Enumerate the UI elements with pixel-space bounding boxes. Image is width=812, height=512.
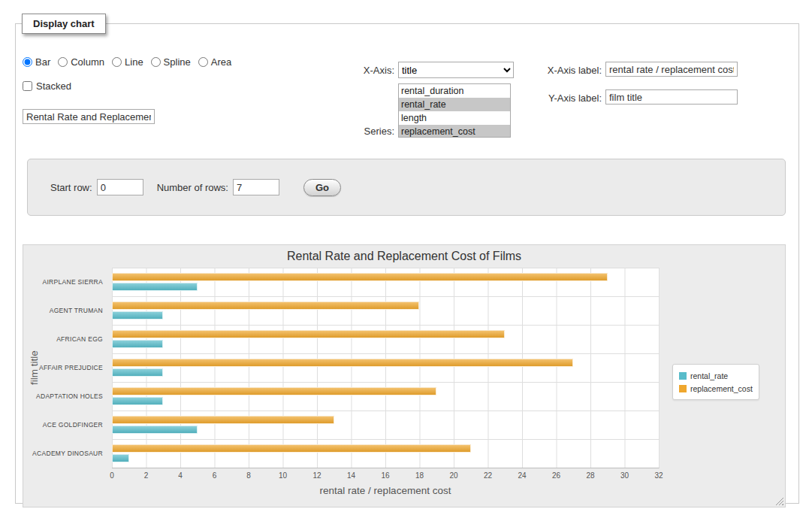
spline-radio-label: Spline <box>164 56 191 68</box>
number-of-rows-input[interactable] <box>233 179 279 195</box>
rows-panel: Start row: Number of rows: Go <box>27 159 786 216</box>
category-label: AGENT TRUMAN <box>23 296 107 325</box>
series-option[interactable]: rental_rate <box>399 98 510 111</box>
bar-replacement_cost <box>112 444 471 453</box>
chart-title-input[interactable] <box>23 109 155 124</box>
category-band <box>112 325 659 353</box>
bar-radio[interactable] <box>23 57 32 67</box>
bar-rental_rate <box>112 426 198 434</box>
category-label: AFFAIR PREJUDICE <box>23 353 107 382</box>
bar-rental_rate <box>112 368 163 377</box>
stacked-label: Stacked <box>36 80 71 92</box>
x-axis-tick-label: 10 <box>279 471 287 480</box>
x-axis-tick-label: 28 <box>586 471 594 480</box>
series-option[interactable]: replacement_cost <box>399 125 510 138</box>
chart-type-option-line[interactable]: Line <box>112 56 143 68</box>
area-radio[interactable] <box>198 57 208 67</box>
chart-type-option-column[interactable]: Column <box>58 56 104 68</box>
panel-legend: Display chart <box>22 14 106 34</box>
legend-swatch-replacement-cost <box>679 385 687 392</box>
bar-replacement_cost <box>112 387 436 395</box>
y-axis-label-input[interactable] <box>605 89 738 105</box>
x-axis-select[interactable]: title <box>398 62 514 78</box>
x-axis-select-label: X-Axis: <box>330 65 394 76</box>
legend-label-replacement-cost: replacement_cost <box>690 384 753 393</box>
bar-rental_rate <box>112 283 198 291</box>
x-axis-title: rental rate / replacement cost <box>112 485 659 496</box>
series-option[interactable]: length <box>399 111 510 125</box>
category-label: AFRICAN EGG <box>23 325 107 353</box>
display-chart-panel: Display chart Bar Column Line Spline Are… <box>15 14 799 504</box>
category-band <box>112 439 659 468</box>
x-axis-label-input[interactable] <box>605 62 738 77</box>
bar-replacement_cost <box>112 330 505 338</box>
x-axis-tick-label: 24 <box>518 471 526 480</box>
bar-rental_rate <box>112 454 129 462</box>
legend-label-rental-rate: rental_rate <box>690 371 728 380</box>
stacked-option[interactable]: Stacked <box>23 80 71 92</box>
chart-container: Rental Rate and Replacement Cost of Film… <box>23 244 786 507</box>
category-label: ACE GOLDFINGER <box>23 411 107 439</box>
bar-replacement_cost <box>112 301 419 310</box>
spline-radio[interactable] <box>151 57 161 67</box>
x-axis-tick-label: 6 <box>213 471 217 480</box>
chart-type-option-bar[interactable]: Bar <box>23 56 50 68</box>
line-radio[interactable] <box>112 57 122 67</box>
chart-title: Rental Rate and Replacement Cost of Film… <box>23 250 785 263</box>
column-radio-label: Column <box>71 56 104 68</box>
chart-type-option-area[interactable]: Area <box>198 56 231 68</box>
x-axis-tick-label: 18 <box>415 471 424 480</box>
x-axis-label-field-label: X-Axis label: <box>524 65 602 76</box>
go-button[interactable]: Go <box>303 179 341 196</box>
legend-swatch-rental-rate <box>679 372 687 380</box>
resize-handle[interactable] <box>775 497 783 505</box>
x-axis-tick-label: 26 <box>552 471 560 480</box>
legend-entry-replacement-cost[interactable]: replacement_cost <box>679 382 753 395</box>
category-label: ADAPTATION HOLES <box>23 382 107 411</box>
bar-radio-label: Bar <box>35 56 50 68</box>
y-axis-label-field-label: Y-Axis label: <box>524 92 602 104</box>
x-axis-tick-label: 14 <box>347 471 355 480</box>
bar-replacement_cost <box>112 273 608 281</box>
plot-area <box>112 268 660 468</box>
x-axis-tick-label: 22 <box>484 471 492 480</box>
x-axis-tick-label: 32 <box>654 471 663 480</box>
category-label: ACADEMY DINOSAUR <box>23 439 107 468</box>
bar-replacement_cost <box>112 416 334 424</box>
x-axis-tick-label: 30 <box>620 471 629 480</box>
category-band <box>112 411 659 439</box>
series-option[interactable]: rental_duration <box>399 84 510 98</box>
category-band <box>112 382 659 411</box>
legend-entry-rental-rate[interactable]: rental_rate <box>679 369 753 382</box>
line-radio-label: Line <box>125 56 143 68</box>
chart-legend: rental_rate replacement_cost <box>672 364 759 400</box>
x-axis-ticks: 02468101214161820222426283032 <box>112 471 659 481</box>
x-axis-tick-label: 0 <box>110 471 114 480</box>
x-axis-tick-label: 2 <box>144 471 149 480</box>
category-label: AIRPLANE SIERRA <box>23 268 107 296</box>
bar-rental_rate <box>112 397 163 405</box>
x-axis-tick-label: 20 <box>449 471 457 480</box>
area-radio-label: Area <box>211 56 231 68</box>
column-radio[interactable] <box>58 57 68 67</box>
x-axis-tick-label: 16 <box>381 471 389 480</box>
x-axis-tick-label: 8 <box>246 471 251 480</box>
chart-type-option-spline[interactable]: Spline <box>151 56 191 68</box>
series-listbox[interactable]: rental_durationrental_ratelengthreplacem… <box>398 83 511 138</box>
bar-rental_rate <box>112 340 163 348</box>
category-band <box>112 353 659 382</box>
series-listbox-label: Series: <box>330 126 394 137</box>
chart-type-radio-group: Bar Column Line Spline Area <box>23 56 239 68</box>
bar-replacement_cost <box>112 359 573 367</box>
start-row-input[interactable] <box>97 179 143 195</box>
x-axis-tick-label: 4 <box>178 471 183 480</box>
category-band <box>112 268 659 296</box>
stacked-checkbox[interactable] <box>23 81 32 91</box>
x-axis-tick-label: 12 <box>312 471 321 480</box>
bar-rental_rate <box>112 311 163 320</box>
number-of-rows-label: Number of rows: <box>157 182 228 193</box>
y-axis-category-labels: AIRPLANE SIERRAAGENT TRUMANAFRICAN EGGAF… <box>23 268 107 468</box>
start-row-label: Start row: <box>50 182 92 193</box>
category-band <box>112 296 659 325</box>
